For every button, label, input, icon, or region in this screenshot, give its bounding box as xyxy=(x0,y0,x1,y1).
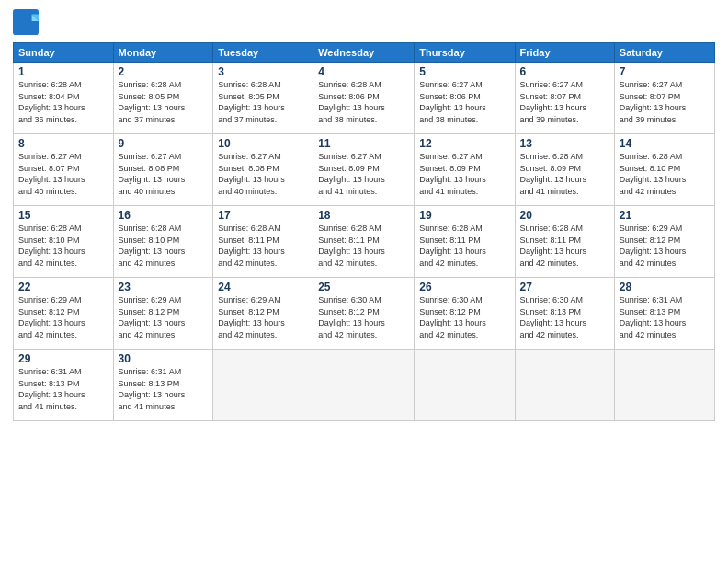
day-number: 1 xyxy=(18,65,108,78)
svg-rect-0 xyxy=(13,9,39,35)
day-info: Sunrise: 6:29 AM Sunset: 8:12 PM Dayligh… xyxy=(119,294,209,340)
day-info: Sunrise: 6:27 AM Sunset: 8:09 PM Dayligh… xyxy=(419,151,509,197)
calendar-cell: 24Sunrise: 6:29 AM Sunset: 8:12 PM Dayli… xyxy=(213,278,313,350)
day-number: 4 xyxy=(318,65,409,78)
day-number: 25 xyxy=(318,281,409,293)
calendar-cell xyxy=(614,350,714,421)
calendar-cell: 18Sunrise: 6:28 AM Sunset: 8:11 PM Dayli… xyxy=(313,206,415,278)
weekday-header: Tuesday xyxy=(213,43,313,63)
day-info: Sunrise: 6:31 AM Sunset: 8:13 PM Dayligh… xyxy=(119,366,209,412)
day-number: 2 xyxy=(119,65,209,78)
calendar-cell: 29Sunrise: 6:31 AM Sunset: 8:13 PM Dayli… xyxy=(14,350,114,421)
day-info: Sunrise: 6:30 AM Sunset: 8:13 PM Dayligh… xyxy=(520,294,609,340)
day-info: Sunrise: 6:28 AM Sunset: 8:05 PM Dayligh… xyxy=(218,79,308,125)
calendar-cell: 27Sunrise: 6:30 AM Sunset: 8:13 PM Dayli… xyxy=(515,278,614,350)
calendar-cell: 26Sunrise: 6:30 AM Sunset: 8:12 PM Dayli… xyxy=(415,278,515,350)
calendar-cell: 2Sunrise: 6:28 AM Sunset: 8:05 PM Daylig… xyxy=(113,63,213,134)
calendar-cell: 14Sunrise: 6:28 AM Sunset: 8:10 PM Dayli… xyxy=(614,134,714,206)
day-info: Sunrise: 6:28 AM Sunset: 8:04 PM Dayligh… xyxy=(18,79,108,125)
day-info: Sunrise: 6:28 AM Sunset: 8:11 PM Dayligh… xyxy=(318,223,409,269)
day-info: Sunrise: 6:27 AM Sunset: 8:09 PM Dayligh… xyxy=(318,151,409,197)
day-number: 15 xyxy=(18,209,108,222)
calendar-cell: 11Sunrise: 6:27 AM Sunset: 8:09 PM Dayli… xyxy=(313,134,415,206)
calendar-cell: 21Sunrise: 6:29 AM Sunset: 8:12 PM Dayli… xyxy=(614,206,714,278)
calendar-cell: 20Sunrise: 6:28 AM Sunset: 8:11 PM Dayli… xyxy=(515,206,614,278)
day-info: Sunrise: 6:28 AM Sunset: 8:05 PM Dayligh… xyxy=(119,79,209,125)
weekday-header: Friday xyxy=(515,43,614,63)
day-number: 7 xyxy=(620,65,710,78)
day-info: Sunrise: 6:28 AM Sunset: 8:10 PM Dayligh… xyxy=(620,151,710,197)
calendar-week-row: 29Sunrise: 6:31 AM Sunset: 8:13 PM Dayli… xyxy=(14,350,715,421)
day-info: Sunrise: 6:27 AM Sunset: 8:08 PM Dayligh… xyxy=(119,151,209,197)
calendar-cell: 7Sunrise: 6:27 AM Sunset: 8:07 PM Daylig… xyxy=(614,63,714,134)
day-info: Sunrise: 6:29 AM Sunset: 8:12 PM Dayligh… xyxy=(620,223,710,269)
day-info: Sunrise: 6:28 AM Sunset: 8:06 PM Dayligh… xyxy=(318,79,409,125)
calendar-cell: 12Sunrise: 6:27 AM Sunset: 8:09 PM Dayli… xyxy=(415,134,515,206)
day-number: 13 xyxy=(520,137,609,150)
calendar-cell: 4Sunrise: 6:28 AM Sunset: 8:06 PM Daylig… xyxy=(313,63,415,134)
calendar-cell: 13Sunrise: 6:28 AM Sunset: 8:09 PM Dayli… xyxy=(515,134,614,206)
day-number: 6 xyxy=(520,65,609,78)
calendar-cell: 28Sunrise: 6:31 AM Sunset: 8:13 PM Dayli… xyxy=(614,278,714,350)
day-info: Sunrise: 6:28 AM Sunset: 8:11 PM Dayligh… xyxy=(419,223,509,269)
calendar-week-row: 8Sunrise: 6:27 AM Sunset: 8:07 PM Daylig… xyxy=(14,134,715,206)
day-info: Sunrise: 6:31 AM Sunset: 8:13 PM Dayligh… xyxy=(18,366,108,412)
calendar-cell: 17Sunrise: 6:28 AM Sunset: 8:11 PM Dayli… xyxy=(213,206,313,278)
calendar-cell: 22Sunrise: 6:29 AM Sunset: 8:12 PM Dayli… xyxy=(14,278,114,350)
calendar-cell: 23Sunrise: 6:29 AM Sunset: 8:12 PM Dayli… xyxy=(113,278,213,350)
calendar-cell: 1Sunrise: 6:28 AM Sunset: 8:04 PM Daylig… xyxy=(14,63,114,134)
day-number: 29 xyxy=(18,352,108,365)
day-number: 26 xyxy=(419,281,509,293)
calendar-week-row: 1Sunrise: 6:28 AM Sunset: 8:04 PM Daylig… xyxy=(14,63,715,134)
day-info: Sunrise: 6:28 AM Sunset: 8:09 PM Dayligh… xyxy=(520,151,609,197)
day-info: Sunrise: 6:28 AM Sunset: 8:11 PM Dayligh… xyxy=(520,223,609,269)
day-number: 12 xyxy=(419,137,509,150)
calendar-cell: 8Sunrise: 6:27 AM Sunset: 8:07 PM Daylig… xyxy=(14,134,114,206)
day-info: Sunrise: 6:31 AM Sunset: 8:13 PM Dayligh… xyxy=(620,294,710,340)
day-info: Sunrise: 6:29 AM Sunset: 8:12 PM Dayligh… xyxy=(18,294,108,340)
day-number: 18 xyxy=(318,209,409,222)
day-info: Sunrise: 6:29 AM Sunset: 8:12 PM Dayligh… xyxy=(218,294,308,340)
calendar-cell: 30Sunrise: 6:31 AM Sunset: 8:13 PM Dayli… xyxy=(113,350,213,421)
day-number: 5 xyxy=(419,65,509,78)
day-info: Sunrise: 6:30 AM Sunset: 8:12 PM Dayligh… xyxy=(419,294,509,340)
weekday-header: Monday xyxy=(113,43,213,63)
calendar-week-row: 22Sunrise: 6:29 AM Sunset: 8:12 PM Dayli… xyxy=(14,278,715,350)
calendar-cell: 6Sunrise: 6:27 AM Sunset: 8:07 PM Daylig… xyxy=(515,63,614,134)
day-info: Sunrise: 6:27 AM Sunset: 8:08 PM Dayligh… xyxy=(218,151,308,197)
calendar-cell: 3Sunrise: 6:28 AM Sunset: 8:05 PM Daylig… xyxy=(213,63,313,134)
calendar-week-row: 15Sunrise: 6:28 AM Sunset: 8:10 PM Dayli… xyxy=(14,206,715,278)
day-info: Sunrise: 6:27 AM Sunset: 8:07 PM Dayligh… xyxy=(620,79,710,125)
day-info: Sunrise: 6:27 AM Sunset: 8:07 PM Dayligh… xyxy=(520,79,609,125)
day-number: 21 xyxy=(620,209,710,222)
header xyxy=(13,9,715,35)
day-number: 10 xyxy=(218,137,308,150)
logo-icon xyxy=(13,9,39,35)
calendar-cell xyxy=(515,350,614,421)
day-number: 27 xyxy=(520,281,609,293)
day-number: 30 xyxy=(119,352,209,365)
calendar-cell: 9Sunrise: 6:27 AM Sunset: 8:08 PM Daylig… xyxy=(113,134,213,206)
day-number: 20 xyxy=(520,209,609,222)
calendar-cell: 25Sunrise: 6:30 AM Sunset: 8:12 PM Dayli… xyxy=(313,278,415,350)
day-info: Sunrise: 6:27 AM Sunset: 8:06 PM Dayligh… xyxy=(419,79,509,125)
day-number: 22 xyxy=(18,281,108,293)
logo xyxy=(13,9,40,35)
day-number: 16 xyxy=(119,209,209,222)
day-info: Sunrise: 6:28 AM Sunset: 8:10 PM Dayligh… xyxy=(18,223,108,269)
calendar-cell: 5Sunrise: 6:27 AM Sunset: 8:06 PM Daylig… xyxy=(415,63,515,134)
weekday-header: Sunday xyxy=(14,43,114,63)
calendar-cell xyxy=(213,350,313,421)
day-number: 8 xyxy=(18,137,108,150)
weekday-header: Thursday xyxy=(415,43,515,63)
day-number: 14 xyxy=(620,137,710,150)
calendar-cell: 15Sunrise: 6:28 AM Sunset: 8:10 PM Dayli… xyxy=(14,206,114,278)
day-number: 17 xyxy=(218,209,308,222)
calendar-cell xyxy=(313,350,415,421)
day-number: 24 xyxy=(218,281,308,293)
day-number: 23 xyxy=(119,281,209,293)
page: SundayMondayTuesdayWednesdayThursdayFrid… xyxy=(0,0,728,563)
day-number: 19 xyxy=(419,209,509,222)
day-info: Sunrise: 6:30 AM Sunset: 8:12 PM Dayligh… xyxy=(318,294,409,340)
weekday-header-row: SundayMondayTuesdayWednesdayThursdayFrid… xyxy=(14,43,715,63)
